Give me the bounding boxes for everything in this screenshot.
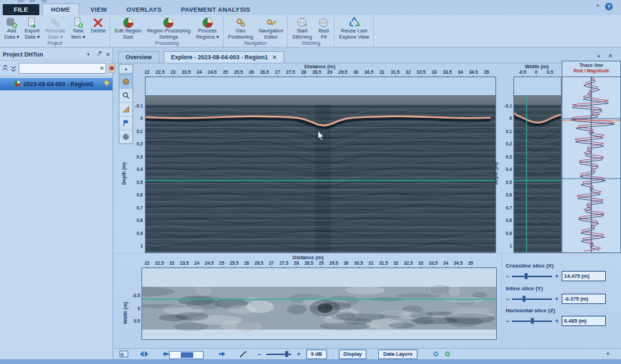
- gain-decrease-button[interactable]: −: [257, 352, 261, 357]
- tick-label: 26.5: [255, 261, 264, 265]
- delete-button[interactable]: Delete: [88, 15, 108, 34]
- tick-label: 23.5: [181, 70, 190, 74]
- scroll-right-icon[interactable]: [218, 348, 226, 361]
- ribbon-group-label: Processing: [112, 40, 221, 47]
- tick-label: 31.5: [379, 261, 388, 265]
- add-data-button[interactable]: Add Data ▾: [1, 15, 22, 40]
- process-regions-button[interactable]: Process Regions ▾: [193, 15, 221, 40]
- crossline-slice-slider-group: Crossline slice (X)−+14.475 (m): [506, 263, 616, 281]
- explore-collapse-button[interactable]: ▲: [119, 64, 133, 74]
- decrease-button[interactable]: −: [506, 318, 509, 324]
- tick-label: 26: [244, 261, 249, 265]
- refresh-all-icon[interactable]: ♻: [444, 351, 451, 358]
- horizontal-scrollbar[interactable]: [169, 351, 204, 359]
- button-label: Relocate Data ▾: [45, 28, 66, 40]
- button-label: Start Stitching: [292, 28, 312, 40]
- tick-label: 28.5: [304, 261, 313, 265]
- display-button[interactable]: Display: [339, 350, 367, 359]
- project-search-input[interactable]: [21, 65, 100, 72]
- plan-distance-axis-title: Distance (m): [145, 254, 471, 261]
- edit-region-size-button[interactable]: Edit Region Size: [112, 15, 144, 40]
- decrease-button[interactable]: −: [506, 274, 509, 279]
- tick-label: 34.5: [454, 261, 463, 265]
- plan-view-plot[interactable]: [141, 267, 497, 340]
- ribbon-group-stitching: Start StitchingBest FitStitching: [288, 15, 335, 47]
- tick-label: 35: [468, 261, 473, 265]
- best-fit-button[interactable]: Best Fit: [315, 15, 333, 40]
- button-label: Delete: [90, 28, 106, 34]
- ribbon-tab-home[interactable]: HOME: [42, 3, 79, 15]
- button-label: Add Data ▾: [4, 28, 19, 40]
- tick-label: 30: [344, 261, 348, 265]
- start-stitching-button[interactable]: Start Stitching: [289, 15, 315, 40]
- horizontal-slice-slider[interactable]: [512, 318, 552, 324]
- export-data-button[interactable]: Export Data ▾: [22, 15, 43, 40]
- layout-window-icon[interactable]: [119, 348, 128, 361]
- tree-item-region1[interactable]: 2023-08-04-003 - Region1: [0, 78, 112, 90]
- panel-dropdown-icon[interactable]: ▾: [87, 52, 90, 57]
- slider-thumb[interactable]: [531, 318, 534, 324]
- refresh-view-icon[interactable]: ♻: [433, 351, 439, 358]
- ribbon-tab-view[interactable]: VIEW: [82, 4, 115, 15]
- slice-value-box: -0.375 (m): [562, 294, 606, 304]
- gain-slider[interactable]: [266, 351, 291, 357]
- tick-label: 28: [294, 261, 299, 265]
- new-item-button[interactable]: New Item ▾: [68, 15, 88, 40]
- ribbon: Add Data ▾Export Data ▾Relocate Data ▾Ne…: [0, 15, 621, 48]
- data-layers-button[interactable]: Data Layers: [378, 350, 417, 359]
- collapse-all-icon[interactable]: [2, 62, 8, 74]
- trace-panel-header: Trace line Real / Magnitude: [562, 61, 621, 77]
- ribbon-group-misc: Reuse Last Explore View: [335, 15, 374, 47]
- trace-line-plot[interactable]: [562, 77, 621, 253]
- geo-positioning-button[interactable]: Geo Positioning: [225, 15, 256, 40]
- docpane-dropdown-icon[interactable]: ▾: [598, 54, 600, 59]
- ribbon-collapse-icon[interactable]: ⌃: [595, 3, 600, 10]
- panel-close-icon[interactable]: ×: [106, 51, 110, 58]
- tick-label: -0.1: [504, 103, 512, 108]
- ribbon-tab-overlays[interactable]: OVERLAYS: [118, 4, 170, 15]
- search-options-icon[interactable]: [108, 63, 115, 73]
- tick-label: 29: [319, 261, 324, 265]
- decrease-button[interactable]: −: [506, 296, 509, 302]
- tick-label: 0.7: [506, 205, 512, 210]
- doc-tab-overview[interactable]: Overview: [118, 51, 159, 63]
- reuse-last-explore-view-button[interactable]: Reuse Last Explore View: [336, 15, 372, 40]
- ribbon-group-label: Project: [1, 40, 108, 47]
- scrollbar-thumb[interactable]: [181, 352, 193, 358]
- slider-thumb[interactable]: [522, 296, 526, 302]
- tick-label: 29: [327, 70, 332, 74]
- tick-label: 22.5: [155, 261, 164, 265]
- navigation-editor-button[interactable]: Navigation Editor: [256, 15, 286, 40]
- increase-button[interactable]: +: [555, 318, 558, 324]
- gain-increase-button[interactable]: +: [297, 352, 300, 357]
- trace-panel-subtitle: Real / Magnitude: [562, 68, 620, 73]
- gain-wand-icon[interactable]: [239, 348, 248, 361]
- tick-label: 0: [509, 116, 512, 121]
- increase-button[interactable]: +: [555, 296, 558, 302]
- expand-all-icon[interactable]: [10, 62, 17, 74]
- help-icon[interactable]: ?: [605, 3, 613, 10]
- panel-pin-icon[interactable]: [97, 50, 103, 58]
- fit-horizontal-icon[interactable]: [139, 348, 149, 361]
- tick-label: 31.5: [391, 70, 400, 74]
- tick-label: 26: [249, 70, 254, 74]
- doc-tab-explore[interactable]: Explore - 2023-08-04-003 - Region1✕: [164, 51, 284, 63]
- slider-thumb[interactable]: [524, 273, 528, 279]
- ribbon-group-navigation: Geo PositioningNavigation EditorNavigati…: [224, 15, 288, 47]
- close-tab-icon[interactable]: ✕: [272, 54, 277, 61]
- doc-tab-label: Explore - 2023-08-04-003 - Region1: [171, 54, 268, 61]
- inline-slice-slider[interactable]: [512, 296, 552, 302]
- status-bar: − + 9 dB Display Data Layers ♻ ♻: [114, 348, 621, 359]
- tick-label: 22: [144, 261, 149, 265]
- clear-search-icon[interactable]: ×: [100, 65, 103, 72]
- crossline-radargram-plot[interactable]: [145, 77, 496, 253]
- inline-slice-plot[interactable]: [513, 77, 562, 253]
- region-processing-settings-button[interactable]: Region Processing Settings: [144, 15, 193, 40]
- ribbon-tab-file[interactable]: FILE: [3, 4, 39, 15]
- docpane-close-icon[interactable]: ×: [609, 52, 612, 59]
- tick-label: 0.1: [506, 128, 512, 133]
- increase-button[interactable]: +: [555, 274, 558, 279]
- button-label: Best Fit: [319, 28, 329, 40]
- crossline-slice-slider[interactable]: [512, 273, 552, 279]
- ribbon-tab-pavement-analysis[interactable]: PAVEMENT ANALYSIS: [172, 4, 259, 15]
